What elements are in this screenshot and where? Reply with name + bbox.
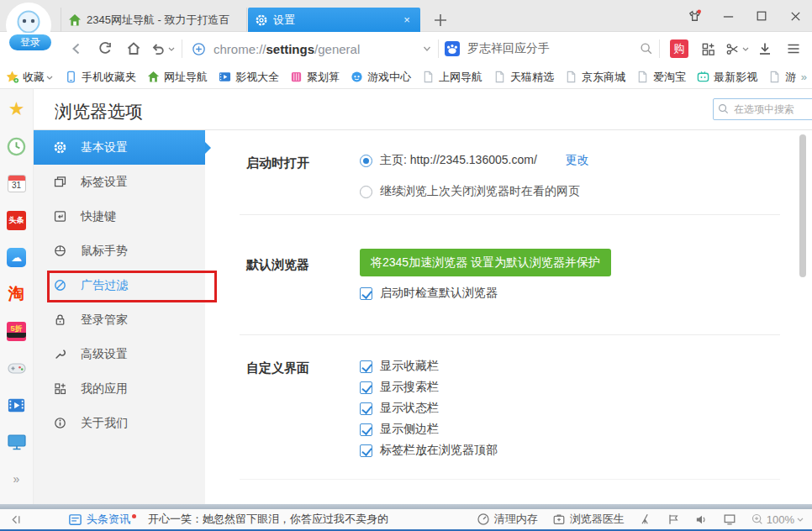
url-text: chrome://settings/general xyxy=(214,42,421,56)
clean-memory-button[interactable]: 清理内存 xyxy=(477,512,538,527)
history-clock-icon[interactable] xyxy=(7,136,27,156)
apps-icon xyxy=(52,381,67,397)
bookmark-item-8[interactable]: 爱淘宝 xyxy=(636,70,686,85)
bookmark-item-3[interactable]: 聚划算 xyxy=(290,70,340,85)
apps-grid-button[interactable] xyxy=(693,36,722,61)
bookmark-item-2[interactable]: 影视大全 xyxy=(219,70,279,85)
nav-item-label: 广告过滤 xyxy=(81,278,128,293)
ui-option-label: 显示搜索栏 xyxy=(380,380,439,395)
mouse-icon xyxy=(52,244,67,259)
checkbox-checked-icon[interactable] xyxy=(360,360,372,373)
close-button[interactable] xyxy=(778,0,812,32)
menu-button[interactable] xyxy=(779,36,808,61)
settings-nav-item-0[interactable]: 基本设置 xyxy=(34,130,205,165)
bookmark-label: 京东商城 xyxy=(582,70,625,85)
tab-settings[interactable]: 设置 × xyxy=(248,8,420,32)
calendar-icon[interactable]: 31 xyxy=(7,173,27,193)
settings-nav-item-4[interactable]: 广告过滤 xyxy=(34,268,205,302)
tab-2345-navigation[interactable]: 2345网址导航 - 致力于打造百 xyxy=(61,8,247,32)
skin-theme-button[interactable] xyxy=(678,0,711,32)
game-center-icon[interactable] xyxy=(7,358,27,378)
settings-nav-item-8[interactable]: 关于我们 xyxy=(34,406,205,440)
bookmark-item-5[interactable]: 上网导航 xyxy=(422,70,482,85)
tab-bar: 2345网址导航 - 致力于打造百 设置 × xyxy=(0,0,812,32)
page-icon xyxy=(636,71,650,84)
ad-block-icon xyxy=(52,278,67,293)
back-button[interactable] xyxy=(62,36,91,61)
address-dropdown-icon[interactable] xyxy=(421,43,433,55)
scrollbar-thumb[interactable] xyxy=(799,134,806,277)
home-button[interactable] xyxy=(119,36,148,61)
house-2345-icon xyxy=(147,71,161,84)
speaker-icon[interactable] xyxy=(694,513,709,527)
bookmark-label: 游戏中心 xyxy=(367,70,411,85)
login-button[interactable]: 登录 xyxy=(8,33,53,52)
settings-nav-item-2[interactable]: 快捷键 xyxy=(34,199,205,234)
checkbox-checked-icon[interactable] xyxy=(360,381,372,394)
checkbox-checked-icon[interactable] xyxy=(360,444,372,457)
downloads-button[interactable] xyxy=(751,36,779,61)
radio-selected-icon[interactable] xyxy=(360,155,372,167)
bookmark-item-9[interactable]: 最新影视 xyxy=(697,70,757,85)
collapse-statusbar-icon[interactable] xyxy=(10,513,23,526)
page-capture-icon[interactable] xyxy=(723,513,736,526)
shopping-button[interactable]: 购 xyxy=(665,36,693,61)
bookmark-item-6[interactable]: 天猫精选 xyxy=(493,70,554,85)
bookmark-item-10[interactable]: 游戏娱乐 xyxy=(768,70,796,85)
search-bar[interactable]: 罗志祥回应分手 xyxy=(444,40,654,57)
zoom-control[interactable]: 100% xyxy=(751,513,804,526)
weather-icon[interactable]: ☁ xyxy=(7,247,27,267)
clear-traces-broom-icon[interactable] xyxy=(639,513,652,526)
checkbox-checked-icon[interactable] xyxy=(360,287,372,300)
bookmark-item-4[interactable]: 游戏中心 xyxy=(351,70,411,85)
settings-nav-item-7[interactable]: 我的应用 xyxy=(34,371,205,406)
checkbox-checked-icon[interactable] xyxy=(360,423,372,436)
wrench-icon xyxy=(52,347,67,362)
checkbox-checked-icon[interactable] xyxy=(360,402,372,415)
bookmarks-overflow-button[interactable]: » xyxy=(801,71,807,83)
bookmark-label: 爱淘宝 xyxy=(653,70,686,85)
settings-nav-item-6[interactable]: 高级设置 xyxy=(34,337,205,371)
video-library-icon[interactable] xyxy=(7,395,27,415)
nav-item-label: 快捷键 xyxy=(81,209,116,224)
favorites-star-icon[interactable]: ★ xyxy=(7,99,27,119)
search-magnifier-icon[interactable] xyxy=(639,41,654,56)
hotkey-icon xyxy=(52,209,67,224)
toutiao-feed-button[interactable]: 头条资讯 xyxy=(68,512,136,527)
favorites-menu[interactable]: 收藏 xyxy=(5,70,53,85)
settings-nav-item-3[interactable]: 鼠标手势 xyxy=(34,234,205,268)
tab-title: 2345网址导航 - 致力于打造百 xyxy=(87,13,240,28)
browser-window: 2345网址导航 - 致力于打造百 设置 × xyxy=(0,0,812,531)
tab-close-icon[interactable]: × xyxy=(400,13,414,26)
clip-tools-button[interactable] xyxy=(722,36,751,61)
bookmark-item-1[interactable]: 网址导航 xyxy=(147,70,208,85)
maximize-button[interactable] xyxy=(745,0,778,32)
taobao-icon[interactable]: 淘 xyxy=(7,284,27,304)
refresh-button[interactable] xyxy=(91,36,119,61)
dock-expand-button[interactable]: » xyxy=(7,469,27,489)
settings-nav-item-5[interactable]: 登录管家 xyxy=(34,302,205,337)
set-default-browser-button[interactable]: 将2345加速浏览器 设置为默认浏览器并保护 xyxy=(360,249,611,276)
screen-monitor-icon[interactable] xyxy=(7,432,27,452)
nav-item-label: 鼠标手势 xyxy=(81,244,128,259)
bookmark-label: 天猫精选 xyxy=(510,70,554,85)
bookmark-item-7[interactable]: 京东商城 xyxy=(565,70,625,85)
news-ticker-text[interactable]: 开心一笑：她忽然留下眼泪，你答应过我不卖身的 xyxy=(148,512,388,527)
address-bar[interactable]: chrome://settings/general xyxy=(187,41,433,57)
ui-option-label: 显示收藏栏 xyxy=(380,359,439,374)
new-tab-button[interactable] xyxy=(430,10,451,30)
flag-banner-icon[interactable] xyxy=(667,513,680,526)
settings-nav-item-1[interactable]: 标签设置 xyxy=(34,165,205,199)
change-homepage-link[interactable]: 更改 xyxy=(566,153,589,168)
zoom-level: 100% xyxy=(767,513,794,526)
browser-doctor-button[interactable]: 浏览器医生 xyxy=(552,512,625,527)
minimize-button[interactable] xyxy=(711,0,745,32)
chevron-down-icon xyxy=(168,45,175,52)
tmall-discount-icon[interactable]: 5折 xyxy=(7,321,27,341)
video-blue-icon xyxy=(219,71,232,84)
radio-unselected-icon[interactable] xyxy=(360,186,372,198)
search-query-text: 罗志祥回应分手 xyxy=(467,41,639,56)
bookmark-item-0[interactable]: 手机收藏夹 xyxy=(65,70,136,85)
undo-closed-tab-button[interactable] xyxy=(148,36,177,61)
toutiao-news-icon[interactable]: 头条 xyxy=(7,210,27,230)
